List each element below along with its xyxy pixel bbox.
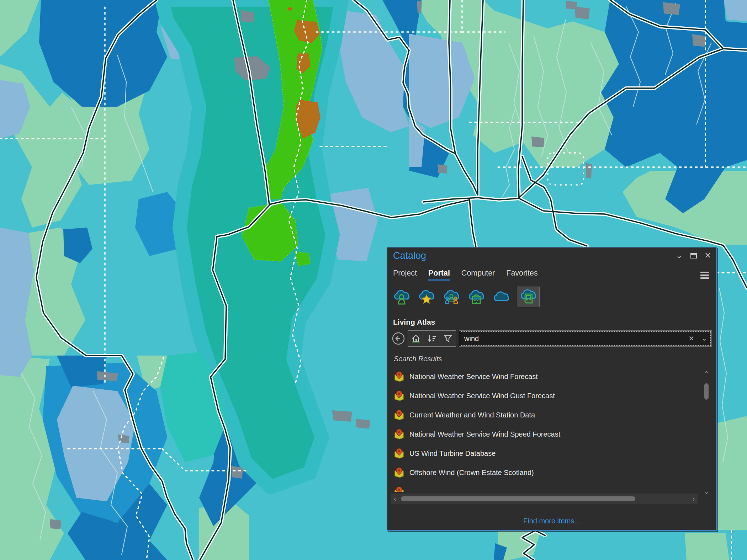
layer-file-icon [394, 486, 404, 492]
layer-file-icon [394, 371, 404, 382]
find-more-items-link[interactable]: Find more items... [387, 517, 716, 525]
my-favorites-icon[interactable] [417, 289, 436, 305]
filter-button[interactable] [440, 330, 456, 347]
layer-file-icon [394, 428, 404, 440]
horizontal-scroll-thumb[interactable] [401, 496, 635, 501]
panel-window-controls: ⌄ ✕ [676, 252, 711, 260]
clear-search-icon[interactable]: ✕ [688, 334, 694, 343]
catalog-panel: Catalog ⌄ ✕ Project Portal Computer Favo… [387, 247, 717, 531]
menu-icon[interactable] [700, 272, 709, 279]
result-row-partial[interactable] [390, 482, 700, 492]
result-row[interactable]: US Wind Turbine Database [390, 444, 700, 463]
arcgis-online-icon[interactable] [492, 289, 510, 305]
panel-collapse-icon[interactable]: ⌄ [676, 252, 682, 260]
back-button[interactable] [392, 332, 405, 345]
sort-button[interactable] [424, 330, 440, 347]
result-row[interactable]: National Weather Service Wind Speed Fore… [390, 425, 700, 444]
scroll-left-icon[interactable]: ‹ [394, 496, 396, 502]
panel-close-icon[interactable]: ✕ [705, 252, 711, 260]
portal-connections [392, 287, 540, 307]
my-content-icon[interactable] [392, 289, 411, 305]
search-value: wind [464, 335, 479, 343]
result-row[interactable]: National Weather Service Wind Forecast [390, 367, 700, 386]
my-groups-icon[interactable] [442, 289, 461, 305]
layer-file-icon [394, 390, 404, 401]
tab-project[interactable]: Project [393, 269, 417, 281]
vertical-scroll-thumb[interactable] [704, 383, 709, 400]
living-atlas-icon[interactable] [517, 287, 540, 307]
panel-float-icon[interactable] [690, 253, 697, 258]
scroll-right-icon[interactable]: › [693, 496, 695, 502]
horizontal-scrollbar[interactable]: ‹ › [391, 494, 698, 504]
scroll-down-icon[interactable]: ⌄ [704, 489, 709, 495]
layer-file-icon [394, 409, 404, 421]
my-organization-icon[interactable] [467, 289, 486, 305]
layer-file-icon [394, 448, 404, 459]
scroll-up-icon[interactable]: ⌃ [704, 370, 709, 377]
results-heading: Search Results [394, 355, 442, 363]
vertical-scrollbar[interactable]: ⌃ ⌄ [702, 370, 711, 495]
catalog-tabs: Project Portal Computer Favorites [393, 269, 538, 281]
result-row[interactable]: National Weather Service Wind Gust Forec… [390, 386, 700, 405]
result-row[interactable]: Current Weather and Wind Station Data [390, 405, 700, 425]
home-button[interactable] [408, 330, 424, 347]
section-label: Living Atlas [393, 318, 435, 326]
tab-portal[interactable]: Portal [428, 269, 450, 281]
layer-file-icon [394, 467, 404, 478]
panel-title: Catalog [393, 250, 426, 261]
search-input[interactable]: wind ✕ ⌄ [459, 330, 712, 347]
tab-favorites[interactable]: Favorites [506, 269, 537, 281]
search-toolbar: wind ✕ ⌄ [392, 330, 712, 347]
search-dropdown-icon[interactable]: ⌄ [701, 334, 707, 342]
tab-computer[interactable]: Computer [461, 269, 495, 281]
result-row[interactable]: Offshore Wind (Crown Estate Scotland) [390, 463, 700, 482]
search-results-list: National Weather Service Wind Forecast N… [390, 367, 700, 492]
